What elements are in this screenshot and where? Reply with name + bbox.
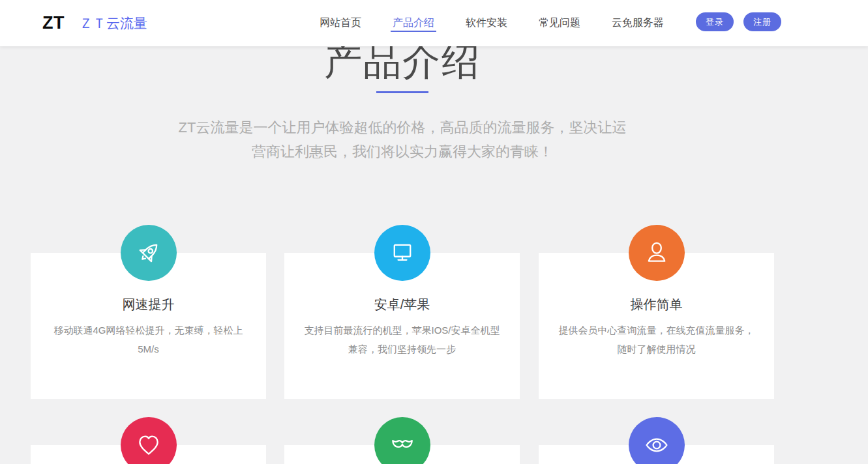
hero-description-line: 营商让利惠民，我们将以实力赢得大家的青睐！	[31, 139, 774, 164]
feature-card-speed: 网速提升 移动联通4G网络轻松提升，无束缚，轻松上5M/s	[31, 253, 266, 399]
register-button[interactable]: 注册	[743, 12, 781, 31]
monitor-icon	[374, 225, 430, 281]
main-nav: 网站首页 产品介绍 软件安装 常见问题 云免服务器	[320, 0, 664, 46]
feature-description: 支持目前最流行的机型，苹果IOS/安卓全机型兼容，我们坚持领先一步	[300, 321, 504, 358]
feature-title: 操作简单	[539, 296, 774, 313]
feature-card	[539, 445, 774, 464]
nav-item-home[interactable]: 网站首页	[320, 0, 361, 46]
feature-card-platforms: 安卓/苹果 支持目前最流行的机型，苹果IOS/安卓全机型兼容，我们坚持领先一步	[284, 253, 520, 399]
feature-card-easy: 操作简单 提供会员中心查询流量，在线充值流量服务，随时了解使用情况	[539, 253, 774, 399]
rocket-icon	[121, 225, 177, 281]
feature-description: 提供会员中心查询流量，在线充值流量服务，随时了解使用情况	[554, 321, 758, 358]
login-button[interactable]: 登录	[696, 12, 734, 31]
user-icon	[629, 225, 685, 281]
nav-item-install[interactable]: 软件安装	[466, 0, 507, 46]
hero-description-line: ZT云流量是一个让用户体验超低的价格，高品质的流量服务，坚决让运	[31, 115, 774, 139]
title-divider	[376, 91, 428, 93]
feature-title: 网速提升	[31, 296, 266, 313]
feature-title: 安卓/苹果	[284, 296, 520, 313]
hero-description: ZT云流量是一个让用户体验超低的价格，高品质的流量服务，坚决让运 营商让利惠民，…	[31, 115, 774, 164]
feature-description: 移动联通4G网络轻松提升，无束缚，轻松上5M/s	[46, 321, 250, 358]
feature-card	[284, 445, 520, 464]
brand-logo[interactable]: ZT ＺＴ云流量	[42, 0, 147, 46]
top-navbar: ZT ＺＴ云流量 网站首页 产品介绍 软件安装 常见问题 云免服务器 登录 注册	[0, 0, 868, 46]
mustache-icon	[374, 417, 430, 464]
feature-card	[31, 445, 266, 464]
page: 产品介绍 ZT云流量是一个让用户体验超低的价格，高品质的流量服务，坚决让运 营商…	[0, 0, 868, 464]
nav-item-faq[interactable]: 常见问题	[539, 0, 580, 46]
nav-item-products[interactable]: 产品介绍	[393, 0, 434, 46]
heart-icon	[121, 417, 177, 464]
brand-mark: ZT	[42, 13, 65, 33]
eye-icon	[629, 417, 685, 464]
nav-item-server[interactable]: 云免服务器	[612, 0, 664, 46]
brand-name: ＺＴ云流量	[79, 14, 147, 33]
